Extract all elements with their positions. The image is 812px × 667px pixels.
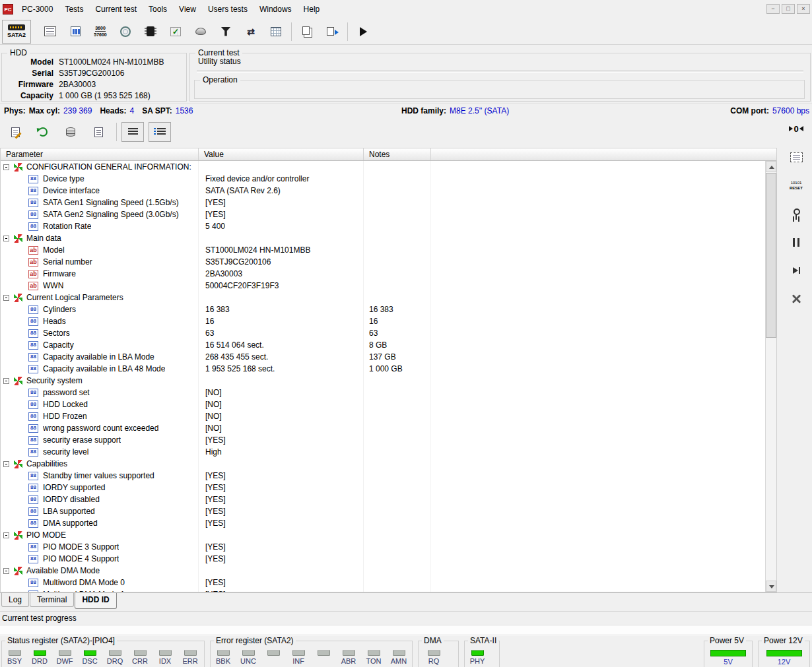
table-row[interactable]: SATA Gen1 Signaling Speed (1.5Gb/s)[YES] — [1, 197, 764, 208]
app-icon[interactable]: PC — [3, 4, 13, 15]
zero-position-button[interactable]: 0 — [785, 120, 807, 137]
disk-write-button[interactable] — [188, 20, 213, 43]
column-header-parameter[interactable]: Parameter — [1, 148, 199, 160]
group-row[interactable]: Capabilities — [1, 458, 764, 470]
column-header-notes[interactable]: Notes — [364, 148, 431, 160]
table-row[interactable]: security erase support[YES] — [1, 434, 764, 446]
script-button[interactable] — [86, 121, 111, 143]
toolbar-separator — [291, 22, 292, 41]
scroll-thumb[interactable] — [766, 173, 776, 338]
table-row[interactable]: ModelST1000LM024 HN-M101MBB — [1, 244, 764, 256]
collapse-toggle-icon[interactable] — [3, 164, 9, 170]
tab-log[interactable]: Log — [1, 593, 29, 607]
table-row[interactable]: Standby timer values supported[YES] — [1, 470, 764, 482]
vertical-scrollbar[interactable] — [765, 161, 776, 592]
table-row[interactable]: security levelHigh — [1, 446, 764, 458]
utility-terminal-button[interactable] — [38, 20, 63, 43]
group-row[interactable]: Main data — [1, 232, 764, 244]
table-row[interactable]: PIO MODE 4 Support[YES] — [1, 553, 764, 565]
universal-utility-button[interactable] — [113, 20, 138, 43]
rom-view-button[interactable] — [785, 148, 807, 166]
menu-view[interactable]: View — [173, 2, 202, 16]
table-row[interactable]: IORDY disabled[YES] — [1, 493, 764, 505]
table-row[interactable]: wrong password count exceeded[NO] — [1, 422, 764, 434]
group-row[interactable]: Available DMA Mode — [1, 565, 764, 577]
parameter-cell: Capacity available in LBA Mode — [1, 351, 199, 363]
group-row[interactable]: CONFIGURATION GENERAL INFORMATION: — [1, 161, 764, 173]
table-row[interactable]: Rotation Rate5 400 — [1, 220, 764, 232]
table-row[interactable]: Sectors6363 — [1, 327, 764, 339]
group-row[interactable]: Current Logical Parameters — [1, 292, 764, 303]
report-button[interactable] — [63, 20, 88, 43]
filter-button[interactable] — [213, 20, 238, 43]
tab-hdd-id[interactable]: HDD ID — [75, 593, 116, 609]
copy-button[interactable] — [294, 20, 320, 43]
baud-rate-button[interactable]: 360057600 — [88, 20, 113, 43]
close-button[interactable]: × — [797, 4, 810, 14]
minimize-button[interactable]: − — [766, 4, 780, 14]
menu-windows[interactable]: Windows — [254, 2, 298, 16]
data-export-button[interactable] — [320, 20, 345, 43]
reset-button[interactable]: 10101RESET — [785, 177, 807, 194]
table-row[interactable]: Device typeFixed device and/or controlle… — [1, 173, 764, 185]
collapse-toggle-icon[interactable] — [3, 532, 9, 538]
align-button[interactable] — [121, 122, 144, 142]
maximize-button[interactable]: □ — [782, 4, 795, 14]
rom-view-icon — [790, 152, 803, 162]
category-icon — [14, 163, 22, 172]
menu-help[interactable]: Help — [298, 2, 326, 16]
scroll-up-button[interactable] — [766, 161, 776, 172]
start-test-button[interactable] — [351, 20, 376, 43]
notes-cell — [364, 292, 431, 303]
table-row[interactable]: password set[NO] — [1, 387, 764, 398]
menu-tests[interactable]: Tests — [59, 2, 89, 16]
menu-users-tests[interactable]: Users tests — [202, 2, 254, 16]
scroll-down-button[interactable] — [766, 581, 776, 592]
table-row[interactable]: DMA supported[YES] — [1, 517, 764, 529]
table-row[interactable]: IORDY supported[YES] — [1, 482, 764, 493]
test-graph-button[interactable]: ✓ — [163, 20, 188, 43]
table-row[interactable]: PIO MODE 3 Support[YES] — [1, 541, 764, 553]
collapse-toggle-icon[interactable] — [3, 236, 9, 241]
table-row[interactable]: Heads1616 — [1, 315, 764, 327]
led-indicator — [267, 650, 280, 656]
refresh-button[interactable] — [30, 121, 55, 143]
table-row[interactable]: HDD Frozen[NO] — [1, 410, 764, 422]
skip-button[interactable] — [785, 262, 807, 279]
listnum-button[interactable] — [149, 122, 171, 142]
table-row[interactable]: LBA supported[YES] — [1, 505, 764, 517]
table-row[interactable]: Capacity available in LBA Mode268 435 45… — [1, 351, 764, 363]
pause-button[interactable] — [785, 234, 807, 251]
log-button[interactable] — [3, 121, 28, 143]
collapse-toggle-icon[interactable] — [3, 378, 9, 384]
tab-terminal[interactable]: Terminal — [30, 593, 74, 607]
collapse-toggle-icon[interactable] — [3, 568, 9, 574]
sata2-port-button[interactable]: SATA2 — [2, 20, 31, 44]
collapse-toggle-icon[interactable] — [3, 295, 9, 301]
table-row[interactable]: Capacity16 514 064 sect.8 GB — [1, 339, 764, 351]
menu-pc-3000[interactable]: PC-3000 — [16, 2, 59, 16]
chip-button[interactable] — [138, 20, 163, 43]
power-connect-button[interactable] — [785, 205, 807, 222]
collapse-toggle-icon[interactable] — [3, 461, 9, 467]
tools-button[interactable] — [785, 290, 807, 307]
table-row[interactable]: Device interfaceSATA (SATA Rev 2.6) — [1, 185, 764, 197]
table-row[interactable]: Cylinders16 38316 383 — [1, 303, 764, 315]
sector-map-button[interactable] — [263, 20, 288, 43]
table-row[interactable]: SATA Gen2 Signaling Speed (3.0Gb/s)[YES] — [1, 208, 764, 220]
database-button[interactable] — [58, 121, 83, 143]
parameter-cell: IORDY disabled — [1, 493, 199, 505]
table-row[interactable]: HDD Locked[NO] — [1, 398, 764, 410]
table-row[interactable]: Multiword DMA Mode 1[YES] — [1, 588, 764, 592]
table-row[interactable]: Firmware2BA30003 — [1, 268, 764, 280]
table-row[interactable]: Capacity available in LBA 48 Mode1 953 5… — [1, 363, 764, 375]
column-header-value[interactable]: Value — [199, 148, 364, 160]
compare-button[interactable]: ⇄ — [238, 20, 263, 43]
table-row[interactable]: WWN50004CF20F3F19F3 — [1, 280, 764, 292]
menu-tools[interactable]: Tools — [143, 2, 173, 16]
menu-current-test[interactable]: Current test — [89, 2, 143, 16]
group-row[interactable]: PIO MODE — [1, 529, 764, 541]
table-row[interactable]: Multiword DMA Mode 0[YES] — [1, 577, 764, 588]
group-row[interactable]: Security system — [1, 375, 764, 387]
table-row[interactable]: Serial numberS35TJ9CG200106 — [1, 256, 764, 268]
